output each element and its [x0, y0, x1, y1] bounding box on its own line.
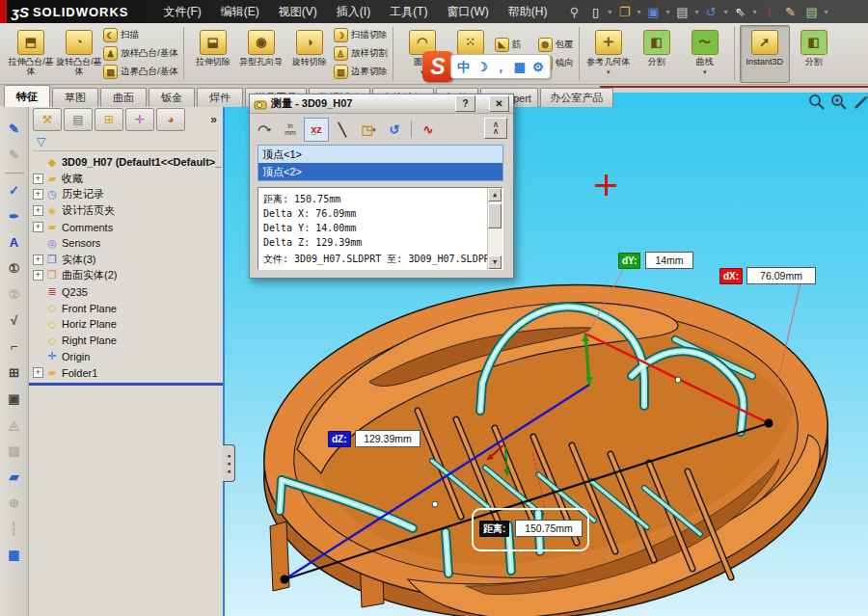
auto-balloon-icon[interactable]: ②	[4, 283, 25, 305]
results-scrollbar[interactable]: ▲ ▼	[487, 188, 502, 269]
note-icon[interactable]: A	[4, 231, 25, 253]
ribbon-button-instant3d-icon[interactable]: ➚Instant3D	[740, 25, 790, 83]
ribbon-button-lofted-cut-icon[interactable]: ♙放样切割	[334, 45, 388, 62]
tree-item-5[interactable]: +❒实体(3)	[31, 252, 222, 268]
new-document-icon[interactable]: ▯	[585, 3, 605, 20]
dimxpertmanager-tab[interactable]: ✛	[125, 108, 154, 131]
rebuild-traffic-light-icon[interactable]: ⁝	[760, 3, 779, 20]
ribbon-button-extrude-boss-icon[interactable]: ⬒拉伸凸台/基体	[7, 26, 55, 82]
center-mark-icon[interactable]: ⊕	[4, 492, 25, 513]
rollback-bar[interactable]	[29, 383, 223, 386]
tree-expand-box[interactable]: +	[33, 222, 43, 232]
menu-3[interactable]: 插入(I)	[327, 1, 380, 23]
configurationmanager-tab[interactable]: ⊞	[95, 108, 123, 131]
tree-item-3[interactable]: +▰Comments	[31, 219, 222, 235]
surface-finish-icon[interactable]: √	[4, 309, 25, 331]
panel-splitter-handle[interactable]: ◂ ◂ ◂	[223, 444, 235, 482]
options-icon[interactable]: ✎	[781, 3, 800, 20]
tab-焊件[interactable]: 焊件	[197, 88, 243, 107]
table-icon[interactable]: ▦	[4, 544, 25, 565]
tree-item-8[interactable]: ◇Front Plane	[31, 300, 222, 316]
ribbon-button-extruded-cut-icon[interactable]: ⬓拉伸切除	[189, 26, 237, 82]
featuremanager-tab[interactable]: ⚒	[33, 108, 62, 131]
tree-expand-box[interactable]: +	[33, 270, 43, 281]
dropdown-caret[interactable]: ▾	[607, 67, 610, 77]
tree-filter-row[interactable]: ▽	[33, 133, 218, 151]
tree-expand-box[interactable]: +	[33, 254, 43, 265]
measure-tool-quick-chart-icon[interactable]: ∿	[416, 118, 441, 142]
tree-item-12[interactable]: +▰Folder1	[31, 364, 222, 381]
dropdown-caret[interactable]: ▾	[267, 126, 271, 134]
ribbon-button-curves-icon[interactable]: 〜曲线▾	[681, 26, 729, 82]
dropdown-caret[interactable]: ▾	[372, 126, 376, 134]
spell-check-icon[interactable]: ✓	[4, 179, 25, 201]
dropdown-caret[interactable]: ▾	[608, 8, 611, 16]
tab-曲面[interactable]: 曲面	[100, 88, 147, 107]
open-icon[interactable]: ❐	[614, 3, 634, 20]
format-painter-icon[interactable]: ✒	[4, 205, 25, 227]
ime-wrench-icon[interactable]: ⚙	[532, 61, 544, 73]
tab-钣金[interactable]: 钣金	[149, 88, 195, 107]
ribbon-button-boundary-boss-icon[interactable]: ▤边界凸台/基体	[103, 64, 178, 80]
measure-tool-point-to-point-icon[interactable]: ╲	[330, 118, 355, 142]
tree-expand-box[interactable]: +	[33, 189, 43, 200]
ribbon-button-swept-cut-icon[interactable]: ☽扫描切除	[334, 27, 388, 43]
menu-2[interactable]: 视图(V)	[269, 1, 327, 23]
ime-punctuation-icon[interactable]: ，	[495, 61, 507, 73]
ribbon-button-reference-geometry-icon[interactable]: ✛参考几何体▾	[584, 26, 633, 82]
measure-dialog-titlebar[interactable]: 测量 - 3D09_H07 ? ✕	[250, 94, 513, 114]
tree-item-6[interactable]: +❒曲面实体(2)	[31, 268, 222, 284]
sogou-logo-icon[interactable]: S	[422, 51, 453, 82]
dropdown-caret[interactable]: ▾	[637, 8, 640, 16]
selection-item-vertex1[interactable]: 顶点<1>	[258, 146, 502, 163]
measure-dialog[interactable]: 测量 - 3D09_H07 ? ✕ ◠▾in mmx̲z╲◳▾↺∿ ∧ ∧ 顶点…	[249, 94, 514, 279]
measure-tool-measure-history-icon[interactable]: ↺	[382, 118, 407, 142]
properties-list-icon[interactable]: ▤	[802, 3, 822, 20]
balloon-icon[interactable]: ①	[4, 257, 25, 279]
measure-tool-show-xyz-icon[interactable]: x̲z	[304, 118, 329, 142]
dropdown-caret[interactable]: ▾	[753, 8, 757, 16]
edit-appearance-icon[interactable]: ✎	[4, 144, 25, 165]
filter-funnel-icon[interactable]: ▽	[37, 135, 45, 148]
datum-feature-icon[interactable]: ▣	[4, 388, 25, 409]
weld-symbol-icon[interactable]: ⌐	[4, 335, 25, 357]
tree-item-7[interactable]: ≣Q235	[31, 283, 222, 300]
tree-item-0[interactable]: +▰收藏	[31, 171, 222, 187]
menu-0[interactable]: 文件(F)	[153, 1, 210, 23]
tree-expand-box[interactable]: +	[33, 205, 43, 216]
measure-tool-projection-icon[interactable]: ◳▾	[356, 118, 381, 142]
dropdown-caret[interactable]: ▾	[665, 8, 669, 16]
ribbon-button-loft-icon[interactable]: ♟放样凸台/基体	[103, 45, 178, 62]
ime-toolbar[interactable]: S 中☽，▦⚙	[422, 50, 559, 83]
tree-root-item[interactable]: ◆3D09_H07 (Default1<<Default>_	[31, 154, 222, 171]
ime-moon-icon[interactable]: ☽	[476, 61, 488, 73]
menu-4[interactable]: 工具(T)	[380, 1, 437, 23]
scroll-up-button[interactable]: ▲	[488, 188, 502, 201]
propertymanager-tab[interactable]: ▤	[64, 108, 93, 131]
tree-item-9[interactable]: ◇Horiz Plane	[31, 316, 222, 333]
pen-select-icon[interactable]	[853, 94, 868, 111]
pin-icon[interactable]: ⚲	[564, 3, 583, 20]
save-icon[interactable]: ▣	[643, 3, 663, 20]
dropdown-caret[interactable]: ▾	[703, 67, 707, 77]
undo-icon[interactable]: ↺	[702, 3, 721, 20]
scroll-down-button[interactable]: ▼	[488, 255, 502, 269]
tab-办公室产品[interactable]: 办公室产品	[540, 88, 613, 107]
ime-mode-chinese[interactable]: 中	[457, 61, 470, 73]
select-arrow-icon[interactable]: ⇖	[731, 3, 750, 20]
dropdown-caret[interactable]: ▾	[825, 8, 828, 16]
datum-target-icon[interactable]: ◬	[4, 414, 25, 435]
ime-keyboard-icon[interactable]: ▦	[514, 61, 526, 73]
area-hatch-icon[interactable]: ▨	[4, 440, 25, 461]
ribbon-button-split-icon-2[interactable]: ◧分割	[790, 26, 838, 82]
ribbon-button-revolve-boss-icon[interactable]: ◔旋转凸台/基体	[55, 26, 103, 82]
block-icon[interactable]: ▰	[4, 466, 25, 487]
tree-item-10[interactable]: ◇Right Plane	[31, 333, 222, 349]
measure-tool-units-inmm-icon[interactable]: in mm	[278, 118, 303, 142]
measure-selection-list[interactable]: 顶点<1> 顶点<2>	[258, 145, 503, 181]
dialog-collapse-button[interactable]: ∧ ∧	[484, 118, 507, 139]
ribbon-button-hole-wizard-icon[interactable]: ◉异型孔向导	[237, 26, 285, 82]
tree-item-4[interactable]: ◎Sensors	[31, 235, 222, 252]
distance-value[interactable]: 150.75mm	[515, 520, 583, 537]
tab-草图[interactable]: 草图	[52, 88, 98, 107]
